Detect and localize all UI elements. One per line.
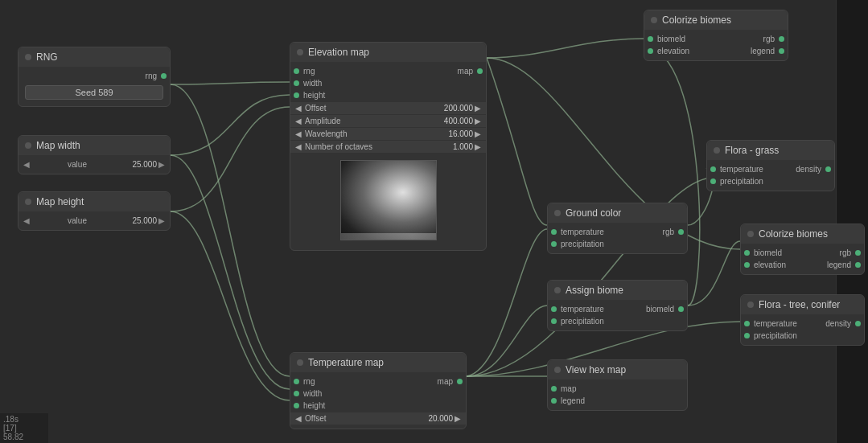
temp-offset-param[interactable]: ◀ Offset 20.000 ▶ (290, 412, 466, 425)
cb1-elevation-dot (648, 48, 653, 54)
elevation-offset-arrow-l[interactable]: ◀ (295, 104, 303, 113)
ab-biomeld-dot (678, 306, 684, 312)
assign-biome-header: Assign biome (548, 281, 687, 300)
elevation-offset-arrow-r[interactable]: ▶ (473, 104, 481, 113)
ab-precip-port: precipitation (548, 315, 687, 327)
temp-offset-val: 20.000 (419, 414, 453, 423)
elevation-width-port: width (290, 77, 486, 89)
elevation-amplitude-param[interactable]: ◀ Amplitude 400.000 ▶ (290, 115, 486, 127)
elevation-offset-param[interactable]: ◀ Offset 200.000 ▶ (290, 102, 486, 114)
map-width-label: value (31, 160, 123, 169)
cb2-elevation-port: elevation legend (741, 259, 864, 271)
elevation-octaves-arrow-r[interactable]: ▶ (473, 142, 481, 151)
map-width-arrow-left[interactable]: ◀ (23, 160, 30, 169)
temp-offset-name: Offset (303, 414, 419, 423)
map-height-slider[interactable]: ◀ value 25.000 ▶ (19, 215, 170, 227)
elevation-octaves-arrow-l[interactable]: ◀ (295, 142, 303, 151)
elevation-map-title: Elevation map (308, 47, 369, 58)
map-width-slider[interactable]: ◀ value 25.000 ▶ (19, 158, 170, 170)
elevation-octaves-param[interactable]: ◀ Number of octaves 1.000 ▶ (290, 141, 486, 153)
ground-color-dot (554, 210, 561, 216)
temp-offset-arrow-r[interactable]: ▶ (453, 414, 461, 423)
cb1-biomeld-label: biomeld (657, 35, 685, 43)
ab-biomeld-label: biomeld (646, 305, 674, 314)
fg-temp-label: temperature (720, 165, 763, 174)
ftc-precip-dot (744, 333, 750, 338)
ground-color-body: temperature rgb precipitation (548, 223, 687, 253)
map-width-dot (25, 142, 31, 149)
elevation-height-port: height (290, 89, 486, 101)
flora-tree-conifer-node: Flora - tree, conifer temperature densit… (740, 294, 865, 346)
map-height-body: ◀ value 25.000 ▶ (19, 211, 170, 230)
cb1-legend-label: legend (751, 47, 775, 55)
rng-out-label: rng (146, 72, 157, 80)
fg-precip-port: precipitation (707, 175, 834, 187)
ftc-temp-port: temperature density (741, 318, 864, 330)
gc-precip-label: precipitation (561, 240, 604, 248)
temperature-map-header: Temperature map (290, 353, 466, 372)
cb2-biomeld-dot (744, 250, 750, 256)
elevation-wavelength-name: Wavelength (303, 129, 439, 138)
colorize-biomes-1-body: biomeld rgb elevation legend (644, 30, 788, 60)
elevation-wavelength-param[interactable]: ◀ Wavelength 16.000 ▶ (290, 128, 486, 140)
temp-height-port: height (290, 400, 466, 412)
vhm-legend-label: legend (561, 396, 585, 405)
gc-temp-label: temperature (561, 228, 604, 236)
seed-input[interactable] (25, 85, 163, 100)
status-line1: .18s (3, 415, 45, 424)
map-height-title: Map height (36, 196, 84, 207)
cb1-elevation-port: elevation legend (644, 45, 788, 57)
map-height-label: value (31, 216, 123, 225)
ftc-precip-port: precipitation (741, 330, 864, 342)
ground-color-title: Ground color (566, 207, 621, 219)
assign-biome-dot (554, 287, 561, 293)
cb1-biomeld-dot (648, 36, 653, 42)
elevation-rng-dot (294, 68, 299, 74)
rng-node-dot (25, 54, 31, 60)
map-width-value: 25.000 (125, 160, 157, 169)
map-height-arrow-right[interactable]: ▶ (158, 216, 165, 225)
elevation-octaves-val: 1.000 (439, 142, 473, 151)
map-width-arrow-right[interactable]: ▶ (158, 160, 165, 169)
elevation-wavelength-val: 16.000 (439, 129, 473, 138)
map-height-arrow-left[interactable]: ◀ (23, 216, 30, 225)
elevation-rng-port: rng map (290, 65, 486, 77)
temp-map-out-label: map (438, 377, 453, 386)
vhm-map-label: map (561, 384, 576, 393)
elevation-map-dot (297, 49, 303, 55)
flora-grass-body: temperature density precipitation (707, 160, 834, 191)
view-hex-map-title: View hex map (566, 364, 626, 375)
ab-precip-dot (551, 318, 557, 324)
ground-color-header: Ground color (548, 203, 687, 223)
cb1-rgb-dot (779, 36, 784, 42)
cb2-rgb-label: rgb (840, 248, 851, 257)
temp-map-out-dot (457, 379, 463, 384)
elevation-wavelength-arrow-l[interactable]: ◀ (295, 129, 303, 138)
temp-rng-dot (294, 379, 299, 384)
gc-rgb-dot (678, 229, 684, 235)
assign-biome-title: Assign biome (566, 285, 623, 296)
elevation-wavelength-arrow-r[interactable]: ▶ (473, 129, 481, 138)
colorize-biomes-2-body: biomeld rgb elevation legend (741, 244, 864, 274)
status-line3: 58.82 (3, 433, 45, 441)
flora-tree-conifer-header: Flora - tree, conifer (741, 295, 864, 314)
elevation-octaves-name: Number of octaves (303, 142, 439, 151)
elevation-amplitude-arrow-l[interactable]: ◀ (295, 117, 303, 125)
flora-tree-conifer-body: temperature density precipitation (741, 314, 864, 345)
rng-port-row: rng (19, 70, 170, 82)
colorize-biomes-1-header: Colorize biomes (644, 10, 788, 30)
flora-grass-title: Flora - grass (725, 145, 779, 156)
status-line2: [17] (3, 424, 45, 433)
elevation-amplitude-arrow-r[interactable]: ▶ (473, 117, 481, 125)
cb2-elevation-dot (744, 262, 750, 268)
temperature-map-dot (297, 359, 303, 366)
temp-rng-port: rng map (290, 375, 466, 388)
ab-precip-label: precipitation (561, 317, 604, 326)
cb2-rgb-dot (855, 250, 861, 256)
cb2-elevation-label: elevation (754, 260, 786, 269)
temp-offset-arrow-l[interactable]: ◀ (295, 414, 303, 423)
colorize-biomes-2-node: Colorize biomes biomeld rgb elevation le… (740, 224, 865, 275)
right-panel (836, 0, 868, 443)
temp-width-dot (294, 391, 299, 396)
flora-tree-conifer-title: Flora - tree, conifer (759, 299, 840, 310)
